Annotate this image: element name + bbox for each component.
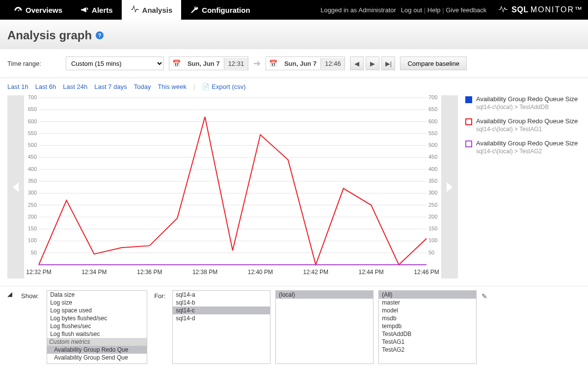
collapse-icon[interactable]: ◢ <box>7 290 12 298</box>
legend-item[interactable]: Availability Group Redo Queue Size sql14… <box>465 95 581 111</box>
list-item[interactable]: TestAG2 <box>379 346 476 354</box>
last-1h-link[interactable]: Last 1h <box>7 83 28 90</box>
list-item[interactable]: (All) <box>379 291 476 299</box>
line-chart: 5050100100150150200200250250300300350350… <box>24 95 441 277</box>
chart-area: 5050100100150150200200250250300300350350… <box>0 95 588 286</box>
list-item[interactable]: Log bytes flushed/sec <box>47 314 147 322</box>
last-6h-link[interactable]: Last 6h <box>35 83 56 90</box>
top-nav: Overviews Alerts Analysis Configuration … <box>0 0 588 20</box>
last-7days-link[interactable]: Last 7 days <box>94 83 127 90</box>
pan-left-button[interactable] <box>7 95 24 279</box>
list-item[interactable]: (local) <box>276 291 373 299</box>
list-item[interactable]: model <box>379 307 476 314</box>
legend-subtitle: sql14-c\(local) > TestAddDB <box>476 104 578 111</box>
logout-link[interactable]: Log out <box>401 6 422 14</box>
tab-alerts[interactable]: Alerts <box>71 0 122 20</box>
list-item[interactable]: TestAddDB <box>379 330 476 338</box>
svg-text:350: 350 <box>428 178 437 184</box>
tab-label: Configuration <box>202 6 250 14</box>
svg-text:12:42 PM: 12:42 PM <box>303 269 328 276</box>
edit-icon[interactable]: ✎ <box>481 292 487 300</box>
time-range-controls: Time range: Custom (15 mins) 📅 Sun, Jun … <box>0 49 588 78</box>
feedback-link[interactable]: Give feedback <box>446 6 486 14</box>
svg-text:100: 100 <box>428 237 437 243</box>
svg-text:550: 550 <box>28 130 37 136</box>
database-listbox[interactable]: (All)mastermodelmsdbtempdbTestAddDBTestA… <box>378 290 477 364</box>
pan-right-button[interactable] <box>441 95 458 279</box>
swatch-red <box>465 118 472 125</box>
svg-text:500: 500 <box>428 142 437 148</box>
tab-overviews[interactable]: Overviews <box>5 0 71 20</box>
time-range-label: Time range: <box>7 60 41 67</box>
to-date-box[interactable]: 📅 Sun, Jun 7 12:46 <box>266 56 345 70</box>
list-item[interactable]: sql14-b <box>173 299 270 307</box>
list-item: Custom metrics <box>47 338 147 346</box>
prev-button[interactable]: ◀ <box>350 56 364 70</box>
svg-text:50: 50 <box>31 250 37 255</box>
tab-analysis[interactable]: Analysis <box>122 0 182 20</box>
calendar-icon: 📅 <box>169 59 184 67</box>
list-item[interactable]: Log flush waits/sec <box>47 330 147 338</box>
tab-configuration[interactable]: Configuration <box>181 0 259 20</box>
wrench-icon <box>190 5 199 14</box>
list-item[interactable]: sql14-c <box>173 307 270 314</box>
list-item[interactable]: Log space used <box>47 307 147 314</box>
list-item[interactable]: Availability Group Send Que <box>47 354 147 362</box>
server-listbox[interactable]: sql14-asql14-bsql14-csql14-d <box>172 290 270 364</box>
list-item[interactable]: TestAG1 <box>379 338 476 346</box>
svg-text:150: 150 <box>428 225 437 231</box>
list-item[interactable]: sql14-d <box>173 314 270 322</box>
swatch-blue <box>465 96 472 103</box>
legend-title: Availability Group Redo Queue Size <box>476 95 578 103</box>
from-date: Sun, Jun 7 <box>184 60 224 67</box>
show-label: Show: <box>21 292 39 300</box>
instance-listbox[interactable]: (local) <box>275 290 374 364</box>
list-item[interactable]: tempdb <box>379 322 476 330</box>
legend-item[interactable]: Availability Group Redo Queue Size sql14… <box>465 140 581 155</box>
export-csv-link[interactable]: 📄 Export (csv) <box>202 83 245 90</box>
from-date-box[interactable]: 📅 Sun, Jun 7 12:31 <box>169 56 248 70</box>
help-link[interactable]: Help <box>428 6 441 14</box>
compare-baseline-button[interactable]: Compare baseline <box>400 56 467 70</box>
svg-text:650: 650 <box>428 106 437 112</box>
for-label: For: <box>154 292 165 300</box>
export-icon: 📄 <box>202 83 210 90</box>
svg-text:250: 250 <box>28 202 37 208</box>
chart-outer: 5050100100150150200200250250300300350350… <box>7 95 458 279</box>
nav-tabs: Overviews Alerts Analysis Configuration <box>5 0 259 20</box>
latest-button[interactable]: ▶| <box>381 56 395 70</box>
today-link[interactable]: Today <box>134 83 151 90</box>
svg-text:12:46 PM: 12:46 PM <box>414 269 439 276</box>
list-item[interactable]: sql14-a <box>173 291 270 299</box>
list-item[interactable]: Log size <box>47 299 147 307</box>
svg-text:200: 200 <box>428 214 437 220</box>
legend-subtitle: sql14-c\(local) > TestAG1 <box>476 126 578 133</box>
swatch-purple <box>465 140 472 147</box>
chart-legend: Availability Group Redo Queue Size sql14… <box>465 95 581 279</box>
nav-right: Logged in as Administrator Log out | Hel… <box>321 5 583 14</box>
filter-row: ◢Show:Data sizeLog sizeLog space usedLog… <box>0 286 588 371</box>
pulse-icon <box>131 5 139 14</box>
show-listbox[interactable]: Data sizeLog sizeLog space usedLog bytes… <box>47 290 147 364</box>
arrow-right-icon: ➔ <box>253 58 261 69</box>
list-item[interactable]: Log flushes/sec <box>47 322 147 330</box>
last-24h-link[interactable]: Last 24h <box>63 83 87 90</box>
product-logo: SQLMONITOR™ <box>499 5 583 14</box>
list-item[interactable]: Availability Group Redo Que <box>47 346 147 354</box>
megaphone-icon <box>80 5 89 14</box>
list-item[interactable]: Data size <box>47 291 147 299</box>
list-item[interactable]: master <box>379 299 476 307</box>
to-date: Sun, Jun 7 <box>280 60 321 67</box>
this-week-link[interactable]: This week <box>158 83 187 90</box>
svg-text:300: 300 <box>428 190 437 196</box>
next-button[interactable]: ▶ <box>366 56 379 70</box>
login-status: Logged in as Administrator <box>321 6 396 14</box>
svg-text:400: 400 <box>428 166 437 172</box>
legend-item[interactable]: Availability Group Redo Queue Size sql14… <box>465 117 581 133</box>
svg-text:550: 550 <box>428 130 437 136</box>
help-icon[interactable]: ? <box>96 31 104 39</box>
svg-text:12:34 PM: 12:34 PM <box>81 269 107 276</box>
gauge-icon <box>14 5 23 14</box>
time-range-select[interactable]: Custom (15 mins) <box>66 56 164 70</box>
list-item[interactable]: msdb <box>379 314 476 322</box>
